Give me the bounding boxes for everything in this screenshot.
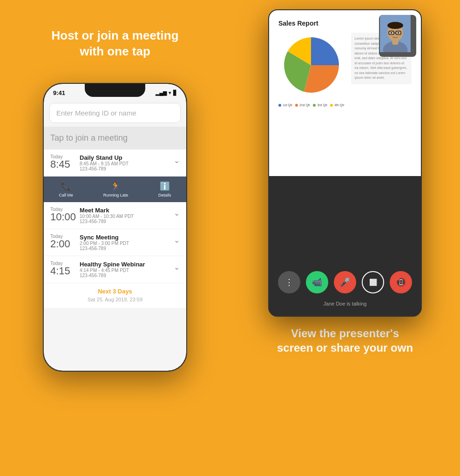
left-title: Host or join a meetingwith one tap: [33, 28, 197, 60]
pie-chart-container: 1st Qtr 2nd Qtr 3rd Qtr 4th Qtr: [278, 33, 345, 107]
phone-left: 9:41 ▂▄▆ ▾ ▊ Enter Meeting ID or name Ta…: [43, 83, 187, 372]
next-days-section[interactable]: Next 3 Days Sat 25. Aug 2019, 23:59: [44, 283, 186, 308]
meeting-item-4[interactable]: Today 4:15 Healthy Spine Webinar 4:14 PM…: [44, 256, 186, 283]
chevron-icon-4: ⌄: [174, 263, 180, 272]
details-button[interactable]: ℹ️ Details: [158, 181, 171, 197]
meeting-details-4: Healthy Spine Webinar 4:14 PM - 4:45 PM …: [80, 261, 174, 278]
dark-area: ⋮ 📹 🎤 ⬜ 📵 Jane Doe is talki: [269, 176, 421, 316]
legend-label-2: 2nd Qtr: [299, 103, 310, 107]
call-me-icon: 📞: [61, 181, 71, 191]
legend-dot-3: [313, 104, 316, 107]
left-panel: Host or join a meetingwith one tap 9:41 …: [0, 0, 230, 476]
legend-dot-2: [295, 104, 298, 107]
meeting-name-3: Sync Meeting: [80, 234, 174, 241]
details-label: Details: [158, 193, 171, 197]
end-call-button[interactable]: 📵: [390, 271, 412, 293]
legend-2nd-qtr: 2nd Qtr: [295, 103, 310, 107]
meeting-hour-3: 2:00: [50, 238, 70, 250]
screenshare-button[interactable]: ⬜: [362, 271, 384, 293]
meeting-details-3: Sync Meeting 2:00 PM - 3:00 PM PDT 123-4…: [80, 234, 174, 251]
running-late-icon: 🏃: [110, 181, 121, 191]
meeting-details-1: Daily Stand Up 8:45 AM - 9:15 AM PDT 123…: [80, 154, 174, 171]
meeting-hour-2: 10:00: [50, 211, 76, 223]
mute-button[interactable]: 🎤: [334, 271, 356, 293]
legend-label-3: 3rd Qtr: [317, 103, 327, 107]
battery-icon: ▊: [173, 90, 177, 96]
end-call-icon: 📵: [396, 277, 406, 287]
meeting-id-1: 123-456-789: [80, 166, 174, 171]
legend-label-1: 1st Qtr: [283, 103, 292, 107]
more-options-icon: ⋮: [285, 277, 293, 287]
meeting-item-1[interactable]: Today 8:45 Daily Stand Up 8:45 AM - 9:15…: [44, 150, 186, 177]
meeting-time-range-2: 10:00 AM - 10:30 AM PDT: [80, 214, 174, 219]
pie-chart: [278, 33, 344, 98]
legend-1st-qtr: 1st Qtr: [278, 103, 292, 107]
legend-label-4: 4th Qtr: [334, 103, 344, 107]
meeting-time-col-4: Today 4:15: [50, 261, 76, 276]
legend-dot-1: [278, 104, 281, 107]
meeting-id-2: 123-456-789: [80, 219, 174, 224]
meeting-id-3: 123-456-789: [80, 246, 174, 251]
svg-point-10: [391, 32, 392, 34]
phone-right: Sales Report: [268, 9, 422, 317]
chevron-icon-1: ⌄: [174, 156, 180, 165]
meeting-hour-1: 8:45: [50, 158, 70, 170]
phone-power-button: [186, 140, 187, 168]
status-time: 9:41: [53, 89, 65, 96]
tap-join-button[interactable]: Tap to join a meeting: [44, 127, 186, 150]
video-button[interactable]: 📹: [306, 271, 328, 293]
screenshare-icon: ⬜: [369, 279, 377, 286]
video-icon: 📹: [312, 277, 322, 287]
search-placeholder: Enter Meeting ID or name: [56, 109, 136, 117]
tap-join-label: Tap to join a meeting: [50, 133, 128, 143]
next-days-label: Next 3 Days: [48, 288, 182, 295]
legend-dot-4: [330, 104, 333, 107]
call-controls: ⋮ 📹 🎤 ⬜ 📵: [278, 271, 412, 293]
right-panel: Sales Report: [230, 0, 460, 476]
meeting-details-2: Meet Mark 10:00 AM - 10:30 AM PDT 123-45…: [80, 207, 174, 224]
phone-volume-up: [43, 130, 44, 144]
action-bar: 📞 Call Me 🏃 Running Late ℹ️ Details: [44, 177, 186, 202]
signal-icon: ▂▄▆: [156, 90, 167, 96]
wifi-icon: ▾: [169, 90, 171, 96]
chevron-icon-3: ⌄: [174, 236, 180, 245]
call-me-button[interactable]: 📞 Call Me: [59, 181, 73, 197]
meeting-name-2: Meet Mark: [80, 207, 174, 214]
meeting-name-4: Healthy Spine Webinar: [80, 261, 174, 268]
meeting-time-range-4: 4:14 PM - 4:45 PM PDT: [80, 268, 174, 273]
svg-point-11: [398, 32, 399, 34]
meeting-time-col-2: Today 10:00: [50, 207, 76, 222]
phone-notch: [85, 84, 145, 97]
mute-icon: 🎤: [340, 277, 350, 287]
next-days-date: Sat 25. Aug 2019, 23:59: [88, 297, 142, 302]
meeting-hour-4: 4:15: [50, 265, 70, 277]
more-options-button[interactable]: ⋮: [278, 271, 300, 293]
meeting-name-1: Daily Stand Up: [80, 154, 174, 161]
details-icon: ℹ️: [160, 181, 170, 191]
meeting-search-input[interactable]: Enter Meeting ID or name: [49, 103, 181, 123]
status-icons: ▂▄▆ ▾ ▊: [156, 90, 177, 96]
call-me-label: Call Me: [59, 193, 73, 197]
legend-4th-qtr: 4th Qtr: [330, 103, 344, 107]
pie-legend: 1st Qtr 2nd Qtr 3rd Qtr 4th Qtr: [278, 103, 345, 107]
right-title: View the presenter'sscreen or share your…: [258, 326, 432, 355]
talking-label: Jane Doe is talking: [324, 301, 367, 306]
legend-3rd-qtr: 3rd Qtr: [313, 103, 327, 107]
presenter-thumbnail: [379, 15, 416, 57]
meeting-time-range-1: 8:45 AM - 9:15 AM PDT: [80, 161, 174, 166]
svg-point-4: [387, 22, 403, 29]
meeting-time-col-3: Today 2:00: [50, 234, 76, 249]
running-late-button[interactable]: 🏃 Running Late: [103, 181, 129, 197]
meeting-time-range-3: 2:00 PM - 3:00 PM PDT: [80, 241, 174, 246]
meeting-item-2[interactable]: Today 10:00 Meet Mark 10:00 AM - 10:30 A…: [44, 202, 186, 229]
running-late-label: Running Late: [103, 193, 129, 197]
meeting-time-col-1: Today 8:45: [50, 154, 76, 170]
meeting-id-4: 123-456-789: [80, 273, 174, 278]
meeting-item-3[interactable]: Today 2:00 Sync Meeting 2:00 PM - 3:00 P…: [44, 229, 186, 256]
chevron-icon-2: ⌄: [174, 209, 180, 218]
